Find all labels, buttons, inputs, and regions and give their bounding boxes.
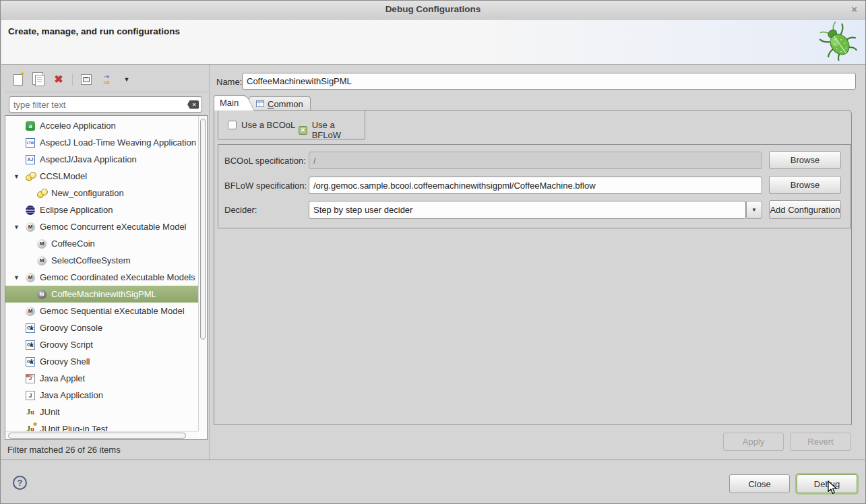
tree-item-new-configuration[interactable]: New_configuration: [5, 185, 198, 201]
tree-item-aspectj-load-time-weaving-application[interactable]: LTWAspectJ Load-Time Weaving Application: [5, 134, 198, 151]
tree-item-label: CCSLModel: [40, 171, 87, 181]
tree-item-junit-plug-in-test[interactable]: Ju✽JUnit Plug-in Test: [5, 420, 198, 431]
eclipse-icon: [26, 206, 35, 215]
gemoc-model-icon: M: [26, 222, 35, 232]
decider-label: Decider:: [224, 205, 257, 215]
tree-item-label: Gemoc Concurrent eXecutable Model: [40, 222, 187, 232]
tree-item-label: JUnit Plug-in Test: [40, 424, 108, 431]
tree-item-label: Gemoc Coordinated eXecutable Models: [40, 272, 195, 282]
tree-item-label: AspectJ Load-Time Weaving Application: [40, 137, 196, 148]
browse-bflow-button[interactable]: Browse: [769, 176, 841, 194]
tree-item-gemoc-sequential-executable-model[interactable]: MGemoc Sequential eXecutable Model: [5, 303, 198, 319]
filter-configurations-icon[interactable]: ⇥⇒: [98, 72, 115, 87]
tree-item-label: New_configuration: [51, 188, 124, 198]
bcool-spec-label: BCOoL specification:: [224, 156, 306, 166]
groovy-icon: Gk: [26, 340, 35, 350]
delete-configuration-icon[interactable]: ✖: [51, 72, 67, 87]
filter-status-text: Filter matched 26 of 26 items: [7, 445, 121, 455]
configurations-panel: ✖ ⇥⇒ ▼ aAcceleo ApplicationLTWAspectJ Lo…: [5, 67, 208, 460]
name-input[interactable]: [242, 73, 856, 90]
tree-item-label: Gemoc Sequential eXecutable Model: [40, 306, 185, 316]
java-application-icon: J: [26, 391, 35, 400]
tree-horizontal-scrollbar[interactable]: [5, 431, 198, 439]
new-configuration-icon[interactable]: [10, 72, 26, 87]
toolbar-menu-dropdown-icon[interactable]: ▼: [119, 72, 135, 87]
junit-plugin-test-icon: Ju✽: [26, 424, 35, 432]
add-configuration-button[interactable]: Add Configuration: [769, 200, 841, 219]
tree-item-java-applet[interactable]: JJava Applet: [5, 370, 198, 387]
bflow-spec-input[interactable]: [309, 177, 762, 194]
use-bcool-label: Use a BCOoL: [241, 120, 295, 130]
use-bflow-checkbox[interactable]: [299, 126, 307, 135]
tree-item-label: CoffeeMachinewithSigPML: [51, 289, 156, 299]
configurations-toolbar: ✖ ⇥⇒ ▼: [5, 67, 208, 92]
tree-item-label: Groovy Shell: [40, 356, 90, 367]
tree-item-gemoc-concurrent-executable-model[interactable]: ▼MGemoc Concurrent eXecutable Model: [5, 218, 198, 235]
tree-item-junit[interactable]: JuJUnit: [5, 404, 198, 420]
tab-common[interactable]: Common: [249, 96, 311, 111]
tree-item-coffeemachinewithsigpml[interactable]: MCoffeeMachinewithSigPML: [5, 286, 198, 303]
use-bcool-checkbox[interactable]: [228, 121, 237, 129]
mouse-cursor: [827, 480, 840, 497]
aspectj-java-icon: AJ: [26, 155, 35, 164]
tree-item-selectcoffeesystem[interactable]: MSelectCoffeeSystem: [5, 252, 198, 269]
horizontal-scroll-thumb[interactable]: [8, 433, 186, 439]
ccsl-model-icon: [37, 189, 47, 198]
close-button[interactable]: Close: [729, 474, 790, 493]
filter-box: [9, 96, 202, 113]
expander-icon[interactable]: ▼: [13, 224, 20, 230]
gemoc-model-icon: M: [37, 290, 47, 299]
title-bar[interactable]: Debug Configurations ×: [1, 1, 865, 20]
common-tab-icon: [256, 100, 264, 107]
tab-main-label: Main: [220, 98, 239, 108]
browse-bcool-button[interactable]: Browse: [769, 151, 841, 169]
clear-filter-icon[interactable]: [187, 100, 199, 109]
tree-item-label: JUnit: [40, 407, 60, 417]
duplicate-configuration-icon[interactable]: [30, 72, 47, 87]
use-bflow-option[interactable]: Use a BFLoW: [299, 120, 365, 140]
toolbar-separator: [72, 73, 73, 86]
tree-item-ccslmodel[interactable]: ▼CCSLModel: [5, 168, 198, 185]
window-title: Debug Configurations: [1, 4, 865, 14]
tree-item-eclipse-application[interactable]: Eclipse Application: [5, 201, 198, 218]
tree-item-gemoc-coordinated-executable-models[interactable]: ▼MGemoc Coordinated eXecutable Models: [5, 269, 198, 286]
junit-icon: Ju: [26, 408, 35, 417]
use-bcool-option[interactable]: Use a BCOoL: [228, 120, 295, 130]
language-choice-group: Use a BCOoL Use a BFLoW: [218, 110, 365, 139]
expander-icon[interactable]: ▼: [13, 173, 20, 180]
decider-dropdown-icon[interactable]: ▼: [746, 201, 762, 219]
tree-item-label: SelectCoffeeSystem: [51, 255, 131, 265]
apply-button[interactable]: Apply: [723, 433, 784, 451]
use-bflow-label: Use a BFLoW: [312, 120, 365, 140]
dialog-header: Create, manage, and run configurations: [1, 20, 866, 65]
debug-bug-icon: [819, 22, 858, 63]
tree-item-java-application[interactable]: JJava Application: [5, 387, 198, 404]
groovy-icon: Gk: [26, 323, 35, 333]
tab-main[interactable]: Main: [214, 95, 245, 111]
tree-item-label: Groovy Console: [40, 323, 102, 333]
groovy-icon: Gk: [26, 357, 35, 367]
decider-combo[interactable]: Step by step user decider: [309, 201, 746, 219]
filter-input[interactable]: [9, 100, 187, 110]
tree-item-label: Acceleo Application: [40, 121, 116, 131]
panel-sash[interactable]: [209, 65, 210, 460]
window-close-icon[interactable]: ×: [851, 3, 857, 15]
tree-item-groovy-script[interactable]: GkGroovy Script: [5, 336, 198, 353]
tree-item-groovy-console[interactable]: GkGroovy Console: [5, 319, 198, 336]
name-label: Name:: [216, 77, 242, 87]
gemoc-model-icon: M: [26, 273, 35, 282]
collapse-all-icon[interactable]: [78, 72, 94, 87]
tree-item-label: Groovy Script: [40, 340, 93, 350]
help-icon[interactable]: ?: [13, 476, 27, 490]
revert-button[interactable]: Revert: [790, 433, 851, 451]
tree-item-coffeecoin[interactable]: MCoffeeCoin: [5, 235, 198, 252]
tree-item-aspectj-java-application[interactable]: AJAspectJ/Java Application: [5, 151, 198, 168]
vertical-scroll-thumb[interactable]: [200, 119, 206, 340]
expander-icon[interactable]: ▼: [13, 274, 20, 281]
tree-vertical-scrollbar[interactable]: [198, 116, 207, 431]
tree-item-acceleo-application[interactable]: aAcceleo Application: [5, 117, 198, 134]
bcool-spec-input: [309, 152, 762, 169]
tree-item-groovy-shell[interactable]: GkGroovy Shell: [5, 353, 198, 370]
tree-item-label: Java Applet: [40, 373, 85, 383]
tab-common-label: Common: [268, 99, 303, 109]
